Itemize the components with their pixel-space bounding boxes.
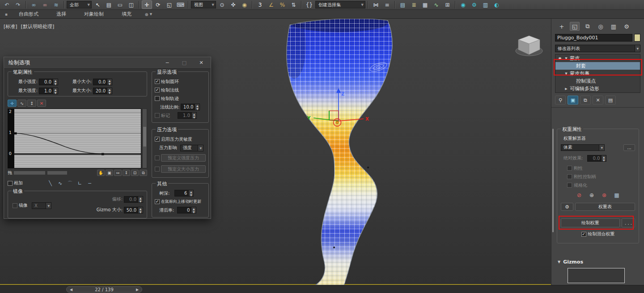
stack-item-control-vertices[interactable]: 控制顶点	[555, 77, 640, 85]
edit-named-sets-icon[interactable]: {}	[304, 0, 314, 9]
material-editor-icon[interactable]: ◉	[458, 0, 468, 9]
zoom-vertical-icon[interactable]: ↕	[123, 170, 130, 176]
stack-item-skin[interactable]: ◉▼蒙皮	[555, 54, 640, 62]
time-slider[interactable]: ◀ 22 / 139 ▶	[66, 286, 142, 293]
close-button[interactable]: ✕	[196, 60, 206, 66]
configure-modifier-sets-icon[interactable]: ▤	[605, 96, 616, 105]
ribbon-overflow-control[interactable]: ● ▼	[145, 12, 152, 17]
bind-to-spacewarp-icon[interactable]: ≋	[51, 0, 61, 9]
update-on-mouse-up-checkbox[interactable]: ✓	[155, 199, 160, 204]
exclude-selected-verts-icon[interactable]: ⊘	[575, 191, 584, 199]
select-and-scale-icon[interactable]: ◱	[164, 0, 174, 9]
spinner-arrows[interactable]: ▲▼	[53, 79, 58, 85]
minimize-button[interactable]: ─	[162, 60, 172, 66]
zoom-region-icon[interactable]: ⊡	[131, 170, 139, 176]
curve-preset-ease-icon[interactable]: ⌒	[66, 180, 74, 187]
delete-point-icon[interactable]: ✕	[37, 100, 46, 107]
weight-solver-dropdown[interactable]: 体素▼	[561, 144, 605, 151]
spinner-arrows[interactable]: ▲▼	[188, 190, 193, 196]
show-end-result-icon[interactable]: ▣	[568, 96, 578, 105]
rendered-frame-icon[interactable]: ▥	[480, 0, 491, 9]
solver-options-button[interactable]: ...	[623, 144, 635, 151]
select-and-manipulate-icon[interactable]: ✜	[228, 0, 238, 9]
zoom-horizontal-icon[interactable]: ↔	[114, 170, 122, 176]
enable-pressure-checkbox[interactable]: ✓	[155, 137, 160, 142]
ribbon-menu-icon[interactable]: ▪	[3, 12, 10, 17]
object-color-swatch[interactable]	[634, 34, 640, 42]
angle-snap-icon[interactable]: ∠	[266, 0, 276, 9]
select-by-name-icon[interactable]: ▤	[104, 0, 114, 9]
snaps-toggle-icon[interactable]: 3	[255, 0, 265, 9]
predef-strength-checkbox[interactable]: ✓	[155, 155, 160, 160]
toggle-scene-explorer-icon[interactable]: ▤	[398, 0, 408, 9]
gizmos-listbox[interactable]	[568, 268, 625, 283]
ribbon-tab-object-paint[interactable]: 对象绘制	[75, 10, 113, 19]
spinner-snap-icon[interactable]: ⇅	[288, 0, 299, 9]
draw-trace-checkbox[interactable]: ✓	[155, 96, 160, 101]
dialog-titlebar[interactable]: 绘制选项 ─ □ ✕	[4, 57, 211, 69]
paint-options-button[interactable]: . . .	[622, 218, 635, 227]
rigid-checkbox[interactable]: ✓	[567, 166, 572, 171]
max-strength-spinner[interactable]: 1.0▲▼	[39, 88, 58, 94]
render-production-icon[interactable]: ◐	[491, 0, 502, 9]
stack-expand-icon[interactable]: ▼	[564, 72, 568, 75]
coord-system-dropdown[interactable]: 视图▼	[191, 1, 216, 8]
move-keys-icon[interactable]: ✛	[8, 100, 17, 107]
curve-hscroll-right[interactable]	[47, 171, 68, 175]
selection-filter-dropdown[interactable]: 全部▼	[67, 1, 92, 8]
utilities-tab[interactable]: ⚙	[622, 22, 631, 31]
normal-scale-spinner[interactable]: 10.0▲▼	[181, 104, 200, 110]
curve-point-start[interactable]	[14, 132, 17, 134]
draw-ring-checkbox[interactable]: ✓	[155, 79, 160, 84]
mirror-axis-dropdown[interactable]: X▼	[32, 202, 51, 209]
use-pivot-center-icon[interactable]: ⊙	[217, 0, 227, 9]
paint-blend-weights-checkbox[interactable]: ✓	[581, 232, 586, 237]
spinner-arrows[interactable]: ▲▼	[107, 88, 112, 94]
curve-hscroll-left[interactable]	[13, 171, 46, 175]
curve-preset-flat-icon[interactable]: ─	[85, 180, 94, 187]
undo-icon[interactable]: ↶	[2, 0, 12, 9]
predefined-strength-pressure-button[interactable]: 预定义强度压力	[161, 154, 206, 162]
next-frame-button[interactable]: ▶	[133, 288, 142, 292]
spinner-arrows[interactable]: ▲▼	[191, 207, 196, 213]
select-and-move-icon[interactable]: ✛	[142, 0, 152, 9]
toggle-ribbon-icon[interactable]: ▦	[420, 0, 430, 9]
schematic-view-icon[interactable]: ⊞	[442, 0, 453, 9]
curve-vertical-scrollbar[interactable]	[142, 109, 147, 168]
falloff-curve[interactable]	[15, 133, 141, 154]
stack-item-editable-poly[interactable]: ▶可编辑多边形	[555, 85, 640, 92]
lag-rate-spinner[interactable]: 0▲▼	[177, 207, 196, 213]
viewport-style-label[interactable]: [标准]	[4, 23, 17, 30]
predefined-size-pressure-button[interactable]: 预定义大小压力	[161, 165, 206, 173]
pressure-affects-dropdown[interactable]: 强度▼	[180, 145, 203, 151]
zoom-icon[interactable]: ⧉	[140, 170, 147, 176]
curve-editor-icon[interactable]: ∿	[431, 0, 441, 9]
stack-expand-icon[interactable]: ▼	[564, 57, 568, 60]
named-sets-dropdown[interactable]: 创建选择集▼	[315, 1, 365, 8]
max-size-spinner[interactable]: 20.0▲▼	[93, 88, 112, 94]
unlink-selection-icon[interactable]: ∞	[40, 0, 50, 9]
stack-item-envelope[interactable]: 封套	[555, 62, 640, 70]
select-and-place-icon[interactable]: ◉	[239, 0, 250, 9]
make-unique-icon[interactable]: ⧉	[580, 96, 591, 105]
select-excluded-verts-icon[interactable]: ⊛	[600, 191, 609, 199]
stack-expand-icon[interactable]: ▶	[564, 87, 568, 91]
spinner-arrows[interactable]: ▲▼	[107, 79, 112, 85]
object-name-field[interactable]: Pluggo_Body001	[555, 34, 632, 42]
motion-tab[interactable]: ◎	[596, 22, 606, 31]
ribbon-tab-freeform[interactable]: 自由形式	[10, 10, 47, 19]
curve-plot-area[interactable]	[14, 109, 141, 168]
visibility-eye-icon[interactable]: ◉	[557, 56, 563, 60]
slide-keys-icon[interactable]: ↕	[27, 100, 36, 107]
normalize-checkbox[interactable]: ✓	[567, 183, 572, 188]
select-object-icon[interactable]: ↖	[93, 0, 103, 9]
include-selected-verts-icon[interactable]: ⊕	[587, 191, 596, 199]
scrollbar-thumb[interactable]	[143, 127, 146, 147]
hierarchy-tab[interactable]: ⧉	[583, 22, 593, 31]
curve-preset-smooth-icon[interactable]: ∿	[56, 180, 64, 187]
weight-table-button[interactable]: 权重表	[575, 203, 635, 211]
pin-stack-icon[interactable]: ⚲	[555, 96, 566, 105]
spinner-arrows[interactable]: ▲▼	[195, 104, 199, 110]
ribbon-tab-selection[interactable]: 选择	[47, 10, 75, 19]
viewport-shading-label[interactable]: [默认明暗处理]	[21, 23, 55, 30]
